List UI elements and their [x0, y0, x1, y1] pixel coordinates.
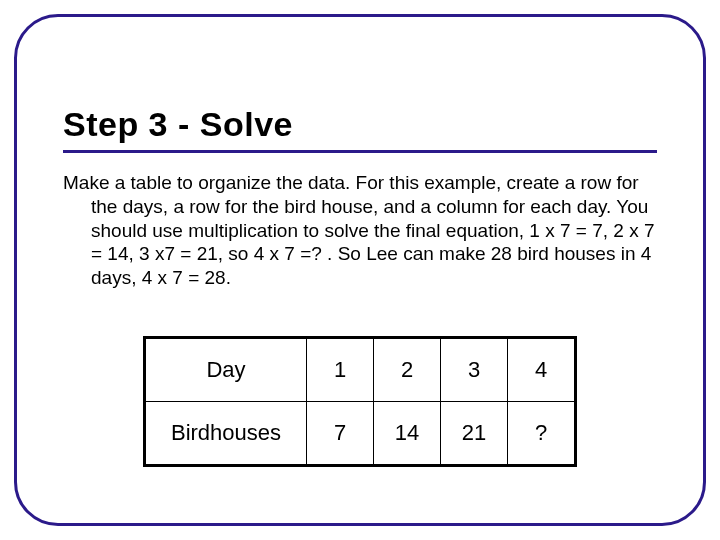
- cell-bh-2: 14: [374, 401, 441, 465]
- data-table: Day 1 2 3 4 Birdhouses 7 14 21 ?: [143, 336, 577, 467]
- table-row: Day 1 2 3 4: [145, 337, 576, 401]
- title-underline: [63, 150, 657, 153]
- cell-day-2: 2: [374, 337, 441, 401]
- cell-bh-3: 21: [441, 401, 508, 465]
- body-text: Make a table to organize the data. For t…: [63, 171, 657, 290]
- row-label-birdhouses: Birdhouses: [145, 401, 307, 465]
- cell-day-4: 4: [508, 337, 576, 401]
- slide: Step 3 - Solve Make a table to organize …: [0, 0, 720, 540]
- row-label-day: Day: [145, 337, 307, 401]
- cell-bh-1: 7: [307, 401, 374, 465]
- cell-day-3: 3: [441, 337, 508, 401]
- table-container: Day 1 2 3 4 Birdhouses 7 14 21 ?: [63, 336, 657, 467]
- cell-day-1: 1: [307, 337, 374, 401]
- slide-frame: Step 3 - Solve Make a table to organize …: [14, 14, 706, 526]
- cell-bh-4: ?: [508, 401, 576, 465]
- table-row: Birdhouses 7 14 21 ?: [145, 401, 576, 465]
- slide-title: Step 3 - Solve: [63, 105, 657, 144]
- body-paragraph: Make a table to organize the data. For t…: [63, 171, 657, 290]
